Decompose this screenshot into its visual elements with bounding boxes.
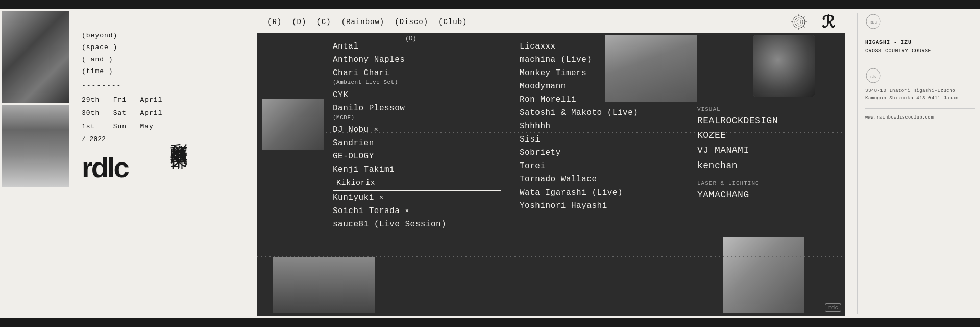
- vertical-line: [857, 13, 858, 314]
- header-rainbow: (Rainbow): [341, 18, 385, 26]
- header-club: (Club): [438, 18, 467, 26]
- artist-shhhhh: Shhhhh: [520, 120, 688, 132]
- visual-yamachang: YAMACHANG: [697, 189, 840, 201]
- rdlc-badge-icon: rdlc: [865, 67, 881, 84]
- right-address-section: rdlc 3348-10 Inatori Higashi-Izucho Kamo…: [865, 67, 975, 102]
- right-vertical-col: [852, 13, 863, 314]
- date-row-3: 1st Sun May: [82, 120, 162, 133]
- header-logo-right: ℛ: [786, 12, 835, 32]
- artist-monkey-timers: Monkey Timers: [520, 67, 688, 79]
- main-container: (beyond) (space ) ( and ) (time ) ------…: [0, 9, 980, 318]
- border-top: [0, 0, 980, 9]
- artist-torei: Torei: [520, 160, 688, 172]
- decorative-image-top: [2, 11, 69, 103]
- svg-line-8: [803, 17, 805, 18]
- location-line1: HIGASHI - IZU: [865, 39, 975, 46]
- svg-point-1: [795, 18, 803, 26]
- image-column: [0, 9, 71, 318]
- artist-chari-chari: Chari Chari: [333, 67, 501, 79]
- artist-dj-nobu: DJ Nobu ✕: [333, 124, 501, 136]
- artist-moodymann: Moodymann: [520, 80, 688, 92]
- artist-cyk: CYK: [333, 89, 501, 101]
- artist-anthony-naples: Anthony Naples: [333, 54, 501, 66]
- dates-block: 29th Fri April 30th Sat April 1st Sun: [82, 94, 162, 133]
- artist-yoshinori-hayashi: Yoshinori Hayashi: [520, 200, 688, 212]
- svg-line-7: [793, 17, 795, 18]
- lineup-col-left: Antal Anthony Naples Chari Chari (Ambien…: [329, 38, 505, 311]
- rdc-watermark: rdc: [825, 303, 841, 312]
- text-column: (beyond) (space ) ( and ) (time ) ------…: [71, 9, 255, 318]
- svg-line-10: [803, 26, 805, 28]
- svg-point-2: [797, 20, 801, 24]
- header-rdlc-symbol: ℛ: [822, 12, 835, 32]
- subtitle-line-3: ( and ): [82, 54, 162, 65]
- center-panel: (R) (D) (C) (Rainbow) (Disco) (Club): [257, 11, 845, 316]
- artist-wata-igarashi: Wata Igarashi (Live): [520, 186, 688, 199]
- artist-sisi: Sisi: [520, 133, 688, 146]
- visual-kozee: KOZEE: [697, 129, 840, 142]
- artist-kenji-takimi: Kenji Takimi: [333, 164, 501, 176]
- artist-ambient-note: (Ambient Live Set): [333, 78, 501, 87]
- header-disco: (Disco): [395, 18, 428, 26]
- artist-antal: Antal: [333, 40, 501, 53]
- subtitle-line-4: (time ): [82, 65, 162, 77]
- svg-text:RDC: RDC: [870, 20, 877, 25]
- decorative-image-bottom: [2, 105, 69, 187]
- artist-tornado-wallace: Tornado Wallace: [520, 173, 688, 185]
- subtitle-line-1: (beyond): [82, 30, 162, 41]
- lineup-area: Antal Anthony Naples Chari Chari (Ambien…: [329, 38, 692, 311]
- right-icon-top: RDC: [865, 13, 881, 30]
- artist-danilo-plessow: Danilo Plessow: [333, 102, 501, 114]
- rdlc-logo: rdlc: [82, 153, 250, 182]
- middle-deco-image: [262, 99, 324, 150]
- right-side-layout: RDC HIGASHI - IZU CROSS COUNTRY COURSE r…: [852, 13, 975, 314]
- svg-point-0: [793, 16, 805, 28]
- right-text-col: RDC HIGASHI - IZU CROSS COUNTRY COURSE r…: [865, 13, 975, 314]
- japanese-title: 彩虹迪斯可俱樂部: [167, 130, 187, 138]
- artist-satoshi-makoto: Satoshi & Makoto (Live): [520, 107, 688, 119]
- right-panel: RDC HIGASHI - IZU CROSS COUNTRY COURSE r…: [847, 9, 980, 318]
- lineup-col-right: Licaxxx machina (Live) Monkey Timers Moo…: [516, 38, 692, 311]
- border-bottom: [0, 318, 980, 327]
- date-row-1: 29th Fri April: [82, 94, 162, 107]
- divider-dashes: --------: [82, 82, 162, 89]
- separator-2: [865, 108, 975, 109]
- artist-machina: machina (Live): [520, 54, 688, 66]
- header-d: (D): [292, 18, 306, 26]
- location-line2: CROSS COUNTRY COURSE: [865, 47, 975, 55]
- artist-kuniyuki: Kuniyuki ✕: [333, 192, 501, 204]
- artist-mcde-note: (MCDE): [333, 113, 501, 122]
- center-content: (D) Antal Anthony Naples Chari Chari (Am…: [257, 33, 845, 316]
- artist-sandrien: Sandrien: [333, 137, 501, 149]
- address-text: 3348-10 Inatori Higashi-Izucho Kamogun S…: [865, 87, 975, 102]
- subtitle-block: (beyond) (space ) ( and ) (time ): [82, 30, 162, 78]
- laser-label: LASER & LIGHTING: [697, 180, 840, 186]
- artist-kikiorix: Kikiorix: [333, 177, 501, 191]
- svg-text:rdlc: rdlc: [870, 75, 876, 78]
- visual-label: VISUAL: [697, 106, 840, 112]
- header-r: (R): [267, 18, 282, 26]
- statue-image: [723, 237, 804, 313]
- svg-line-9: [793, 26, 795, 28]
- center-header: (R) (D) (C) (Rainbow) (Disco) (Club): [257, 11, 845, 33]
- artist-sobriety: Sobriety: [520, 147, 688, 159]
- visual-vj-manami: VJ MANAMI: [697, 144, 840, 157]
- artist-ron-morelli: Ron Morelli: [520, 94, 688, 106]
- artist-soichi-terada: Soichi Terada ✕: [333, 205, 501, 217]
- visual-realrockdesign: REALROCKDESIGN: [697, 114, 840, 127]
- date-row-2: 30th Sat April: [82, 107, 162, 120]
- header-c: (C): [316, 18, 331, 26]
- left-panel: (beyond) (space ) ( and ) (time ) ------…: [0, 9, 255, 318]
- sun-logo-icon: [786, 13, 812, 31]
- visual-kenchan: kenchan: [697, 159, 840, 172]
- separator-1: [865, 61, 975, 61]
- subtitle-line-2: (space ): [82, 41, 162, 53]
- website-url: www.rainbowdiscoclub.com: [865, 115, 975, 120]
- artist-licaxxx: Licaxxx: [520, 40, 688, 53]
- right-location-section: HIGASHI - IZU CROSS COUNTRY COURSE: [865, 39, 975, 55]
- artist-sauce81: sauce81 (Live Session): [333, 218, 501, 230]
- artist-ge-ology: GE-OLOGY: [333, 150, 501, 162]
- year-label: / 2022: [82, 135, 162, 143]
- visual-panel: VISUAL REALROCKDESIGN KOZEE VJ MANAMI ke…: [697, 38, 840, 201]
